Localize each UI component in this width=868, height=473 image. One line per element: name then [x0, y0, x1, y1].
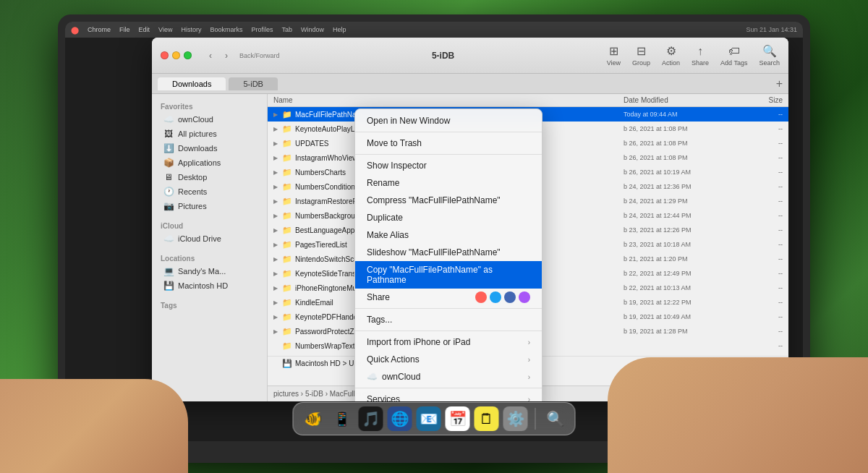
file-date: Today at 09:44 AM [624, 111, 739, 118]
add-tab-button[interactable]: + [776, 77, 783, 90]
dock-icon-search[interactable]: 🔍 [543, 406, 568, 431]
menu-item-move-trash[interactable]: Move to Trash [355, 135, 542, 152]
dock-icon-finder[interactable]: 🐠 [301, 406, 326, 431]
add-tags-button[interactable]: 🏷 Add Tags [720, 45, 747, 67]
expand-arrow: ▶ [273, 227, 281, 234]
submenu-arrow: › [528, 338, 530, 346]
file-size: -- [739, 111, 783, 118]
file-size: -- [739, 212, 783, 219]
sidebar-section-locations: Locations [152, 252, 267, 264]
forward-button[interactable]: › [219, 48, 234, 63]
menu-item-show-inspector[interactable]: Show Inspector [355, 157, 542, 174]
menu-item-open-new-window[interactable]: Open in New Window [355, 112, 542, 129]
chrome-menu-item[interactable]: Chrome [88, 26, 111, 33]
close-button[interactable] [161, 51, 169, 59]
menu-item-compress[interactable]: Compress "MacFullFilePathName" [355, 192, 542, 209]
menu-item-services[interactable]: Services › [355, 391, 542, 401]
chrome-menu-item[interactable]: Profiles [251, 26, 273, 33]
sidebar-label: ownCloud [178, 115, 213, 124]
minimize-button[interactable] [172, 51, 180, 59]
sidebar-label: iCloud Drive [178, 234, 221, 243]
action-button[interactable]: ⚙ Action [662, 44, 680, 67]
file-size: -- [739, 328, 783, 335]
group-label: Group [632, 59, 650, 67]
folder-icon: 📁 [282, 196, 292, 206]
chrome-menu-item[interactable]: Edit [139, 26, 150, 33]
view-button[interactable]: ⊞ View [607, 44, 621, 67]
chrome-menu-item[interactable]: Tab [281, 26, 292, 33]
share-dot-blue[interactable] [490, 291, 501, 303]
context-menu: Open in New Window Move to Trash Show In… [354, 108, 542, 401]
file-size: -- [739, 226, 783, 234]
folder-icon: 📁 [282, 283, 292, 293]
chrome-menu-item[interactable]: Window [301, 26, 324, 33]
tab-downloads[interactable]: Downloads [158, 77, 226, 90]
expand-arrow: ▶ [273, 299, 281, 306]
expand-arrow: ▶ [273, 140, 281, 147]
sidebar-item-icloud-drive[interactable]: ☁️ iCloud Drive [155, 231, 264, 246]
back-forward-label: Back/Forward [239, 52, 280, 59]
share-dot-red[interactable] [475, 291, 487, 303]
col-size-header[interactable]: Size [739, 96, 783, 104]
share-button[interactable]: ↑ Share [692, 45, 709, 67]
col-name-header[interactable]: Name [273, 96, 624, 104]
tab-5idb[interactable]: 5-iDB [229, 77, 278, 90]
folder-icon: 📁 [282, 153, 292, 163]
sidebar-item-pictures[interactable]: 📷 Pictures [155, 199, 264, 213]
file-size: -- [739, 154, 783, 161]
hd-icon: 💾 [282, 359, 292, 369]
sidebar-item-all-pictures[interactable]: 🖼 All pictures [155, 127, 264, 141]
dock-icon-browser[interactable]: 🌐 [388, 406, 412, 431]
share-dot-navy[interactable] [504, 291, 516, 303]
dock-icon-mail[interactable]: 📧 [417, 406, 441, 431]
dock-icon-launchpad[interactable]: 📱 [330, 406, 354, 431]
group-button[interactable]: ⊟ Group [632, 44, 650, 67]
menu-item-owncloud[interactable]: ☁️ ownCloud › [355, 368, 542, 385]
dock-icon-calendar[interactable]: 📅 [446, 406, 470, 431]
chrome-menu-item[interactable]: Help [333, 26, 346, 33]
dock-icon-notes[interactable]: 🗒 [475, 406, 499, 431]
menu-item-label: Copy "MacFullFilePathName" as Pathname [367, 265, 530, 285]
menu-item-label: Rename [367, 178, 530, 188]
sidebar-item-downloads[interactable]: ⬇️ Downloads [155, 141, 264, 155]
menu-separator [355, 331, 542, 331]
dock-icon-settings[interactable]: ⚙️ [503, 406, 528, 431]
folder-icon: 📁 [282, 312, 292, 322]
menu-item-label: Import from iPhone or iPad [367, 337, 528, 347]
chrome-menu-item[interactable]: Bookmarks [210, 26, 242, 33]
file-date: b 19, 2021 at 10:49 AM [624, 313, 739, 320]
sidebar-item-applications[interactable]: 📦 Applications [155, 155, 264, 170]
share-dot-purple[interactable] [519, 291, 530, 303]
sidebar-item-macintosh-hd[interactable]: 💾 Macintosh HD [155, 278, 264, 293]
menu-item-import-iphone[interactable]: Import from iPhone or iPad › [355, 333, 542, 351]
menu-item-share[interactable]: Share [355, 289, 542, 306]
menu-item-quick-actions[interactable]: Quick Actions › [355, 351, 542, 368]
back-button[interactable]: ‹ [203, 48, 218, 63]
dock-icon-music[interactable]: 🎵 [359, 406, 383, 431]
file-size: -- [739, 270, 783, 277]
menu-item-rename[interactable]: Rename [355, 174, 542, 192]
submenu-arrow: › [528, 356, 530, 364]
menu-item-make-alias[interactable]: Make Alias [355, 226, 542, 244]
file-date: b 21, 2021 at 1:20 PM [624, 255, 739, 263]
maximize-button[interactable] [184, 51, 192, 59]
expand-arrow: ▶ [273, 126, 281, 132]
chrome-menu-item[interactable]: File [119, 26, 130, 33]
chrome-menu-item[interactable]: History [181, 26, 201, 33]
sidebar-item-desktop[interactable]: 🖥 Desktop [155, 170, 264, 184]
menu-item-tags[interactable]: Tags... [355, 311, 542, 328]
file-date: b 23, 2021 at 10:18 AM [624, 241, 739, 248]
menu-item-duplicate[interactable]: Duplicate [355, 209, 542, 226]
menu-item-copy-pathname[interactable]: Copy "MacFullFilePathName" as Pathname [355, 261, 542, 289]
col-date-header[interactable]: Date Modified [624, 96, 739, 104]
sidebar-item-owncloud[interactable]: ☁️ ownCloud [155, 112, 264, 127]
search-button[interactable]: 🔍 Search [759, 44, 780, 67]
sidebar-item-sandys-mac[interactable]: 💻 Sandy's Ma... [155, 264, 264, 278]
sidebar-item-recents[interactable]: 🕐 Recents [155, 184, 264, 199]
menu-separator [355, 132, 542, 132]
share-icon: ↑ [697, 45, 703, 58]
chrome-menubar: ⬤ Chrome File Edit View History Bookmark… [65, 22, 803, 38]
chrome-menu-item[interactable]: View [158, 26, 172, 33]
menu-item-slideshow[interactable]: Slideshow "MacFullFilePathName" [355, 244, 542, 261]
expand-arrow: ▶ [273, 198, 281, 205]
